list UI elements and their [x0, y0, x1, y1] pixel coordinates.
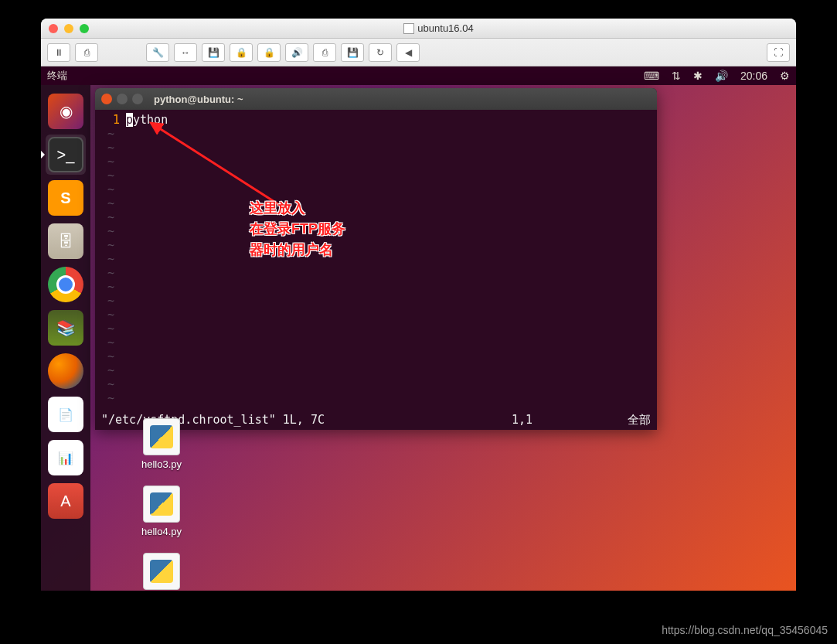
refresh-button[interactable]: ↻	[369, 43, 392, 62]
line-number: 1	[101, 113, 120, 127]
launcher-calc[interactable]: 📊	[46, 438, 86, 478]
save-button[interactable]: 💾	[341, 43, 364, 62]
vim-tilde: ~	[101, 308, 651, 322]
vim-tilde: ~	[101, 238, 651, 252]
terminal-titlebar[interactable]: python@ubuntu: ~	[95, 88, 657, 110]
lock1-button[interactable]: 🔒	[230, 43, 253, 62]
vm-title-text: ubuntu16.04	[417, 22, 473, 34]
fullscreen-button[interactable]: ⛶	[767, 43, 790, 62]
desktop-file-hello4[interactable]: hello4.py	[141, 486, 182, 537]
watermark: https://blog.csdn.net/qq_35456045	[662, 624, 828, 636]
launcher: ◉ >_ S 🗄 📚 📄 📊 A	[41, 85, 90, 591]
vim-tilde: ~	[101, 224, 651, 238]
writer-icon: 📄	[48, 397, 83, 432]
vim-tilde: ~	[101, 252, 651, 266]
terminal-close-button[interactable]	[101, 94, 112, 104]
system-indicators: ⌨ ⇅ ✱ 🔊 20:06 ⚙	[644, 70, 790, 82]
vim-tilde: ~	[101, 349, 651, 363]
sublime-icon: S	[48, 180, 83, 216]
python-file-icon	[143, 486, 180, 523]
vim-tilde: ~	[101, 377, 651, 391]
file-label: hello3.py	[141, 458, 182, 470]
python-file-icon	[143, 418, 180, 455]
mac-window-buttons	[49, 24, 89, 33]
launcher-software[interactable]: A	[46, 481, 86, 521]
books-icon: 📚	[48, 310, 83, 346]
mac-close-button[interactable]	[49, 24, 58, 33]
chrome-icon	[48, 267, 83, 302]
mac-minimize-button[interactable]	[64, 24, 73, 33]
settings-button[interactable]: 🔧	[146, 43, 169, 62]
vim-tilde: ~	[101, 294, 651, 308]
clock[interactable]: 20:06	[740, 70, 767, 82]
status-percent: 全部	[604, 413, 651, 428]
annotation-line2: 在登录FTP服务	[250, 219, 345, 240]
pause-button[interactable]: ⏸	[47, 43, 70, 62]
desktop-file-hello3[interactable]: hello3.py	[141, 418, 182, 470]
launcher-sublime[interactable]: S	[46, 178, 86, 218]
terminal-icon: >_	[48, 137, 83, 172]
launcher-writer[interactable]: 📄	[46, 394, 86, 434]
volume-icon[interactable]: 🔊	[715, 70, 728, 82]
lock2-button[interactable]: 🔒	[257, 43, 281, 62]
keyboard-icon[interactable]: ⌨	[644, 70, 659, 82]
svg-line-1	[157, 127, 281, 206]
launcher-terminal[interactable]: >_	[46, 135, 86, 175]
desktop-icons: hello3.py hello4.py	[141, 418, 182, 591]
status-position: 1,1	[512, 413, 604, 428]
annotation-line1: 这里放入	[250, 198, 345, 219]
terminal-maximize-button[interactable]	[132, 94, 143, 104]
firefox-icon	[48, 353, 83, 389]
launcher-files[interactable]: 🗄	[46, 221, 86, 261]
software-icon: A	[48, 483, 83, 519]
network-button[interactable]: ↔	[174, 43, 197, 62]
sound-button[interactable]: 🔊	[285, 43, 308, 62]
annotation-line3: 器时的用户名	[250, 240, 345, 261]
vim-tilde: ~	[101, 391, 651, 405]
vm-icon	[403, 23, 414, 34]
ubuntu-desktop: 终端 ⌨ ⇅ ✱ 🔊 20:06 ⚙ ◉ >_ S 🗄 📚 📄 📊 A	[41, 66, 796, 591]
launcher-firefox[interactable]	[46, 351, 86, 391]
gear-icon[interactable]: ⚙	[780, 70, 790, 82]
launcher-books[interactable]: 📚	[46, 308, 86, 348]
top-panel: 终端 ⌨ ⇅ ✱ 🔊 20:06 ⚙	[41, 66, 796, 85]
calc-icon: 📊	[48, 440, 83, 475]
file-label: hello4.py	[141, 526, 182, 537]
ubuntu-logo-icon: ◉	[48, 94, 83, 129]
cursor: p	[126, 113, 133, 127]
launcher-ubuntu[interactable]: ◉	[46, 91, 86, 131]
vm-toolbar: ⏸ ⎙ 🔧 ↔ 💾 🔒 🔒 🔊 ⎙ 💾 ↻ ◀ ⛶	[41, 39, 796, 66]
files-icon: 🗄	[48, 223, 83, 259]
terminal-minimize-button[interactable]	[117, 94, 128, 104]
vim-tilde: ~	[101, 363, 651, 377]
terminal-title: python@ubuntu: ~	[154, 94, 243, 105]
launcher-chrome[interactable]	[46, 264, 86, 305]
active-app-name: 终端	[47, 69, 644, 83]
vim-tilde: ~	[101, 322, 651, 336]
printer-button[interactable]: ⎙	[313, 43, 336, 62]
mac-window-title: ubuntu16.04	[89, 22, 788, 34]
snapshot-button[interactable]: ⎙	[75, 43, 98, 62]
vim-tilde: ~	[101, 266, 651, 280]
python-file-icon	[143, 553, 180, 590]
vim-tilde: ~	[101, 336, 651, 349]
mac-maximize-button[interactable]	[80, 24, 89, 33]
disk-button[interactable]: 💾	[202, 43, 225, 62]
mac-titlebar: ubuntu16.04	[41, 19, 796, 39]
annotation-text: 这里放入 在登录FTP服务 器时的用户名	[250, 198, 345, 261]
desktop-file-partial[interactable]	[141, 553, 182, 590]
back-button[interactable]: ◀	[396, 43, 420, 62]
bluetooth-icon[interactable]: ✱	[693, 70, 703, 82]
vim-tilde: ~	[101, 280, 651, 294]
network-icon[interactable]: ⇅	[672, 70, 681, 82]
vm-window: ubuntu16.04 ⏸ ⎙ 🔧 ↔ 💾 🔒 🔒 🔊 ⎙ 💾 ↻ ◀ ⛶ 终端…	[41, 19, 796, 591]
